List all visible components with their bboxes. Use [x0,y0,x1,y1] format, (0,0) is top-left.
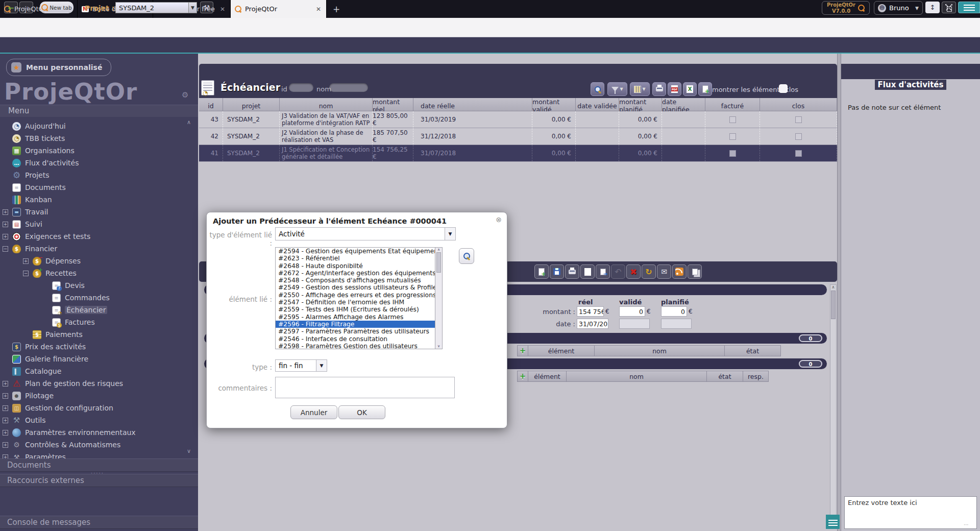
pdf-icon[interactable]: PDF [580,264,595,279]
element-list-item[interactable]: #2623 - Référentiel [276,255,442,262]
sidebar-item-kanban[interactable]: Kanban [0,194,184,206]
dependency-type-select[interactable]: fin - fin▼ [275,359,327,372]
refresh-icon[interactable]: ↻ [642,264,656,279]
copy-icon[interactable] [596,264,610,279]
app-forward-button[interactable]: → [19,2,33,13]
add-row-button[interactable]: + [517,371,528,382]
sidebar-item-aujourd-hui[interactable]: ◔Aujourd'hui [0,120,184,132]
sidebar-item-plan-de-gestion-des-risques[interactable]: +⚠Plan de gestion des risques [0,377,184,390]
comments-textarea[interactable] [275,377,455,398]
mail-icon[interactable]: ✉ [657,264,671,279]
sidebar-item-galerie-financi-re[interactable]: Galerie financière [0,353,184,365]
facture-checkbox[interactable] [729,133,736,140]
list-scrollbar[interactable]: ∧∨ [435,248,442,349]
project-select[interactable]: SYSDAM_2▼ [115,2,197,13]
column-header[interactable]: état [707,371,743,382]
delete-icon[interactable]: ✖ [626,264,641,279]
type-element-select[interactable]: Activité▼ [275,227,456,240]
table-row[interactable]: 42SYSDAM_2J2 Validation de la phase de r… [199,128,837,145]
column-header[interactable]: nom [567,371,707,382]
sidebar-item-gestion-de-configuration[interactable]: +◫Gestion de configuration [0,402,184,414]
filter-name-input[interactable] [329,83,368,92]
sidebar-item-commandes[interactable]: ≡Commandes [0,292,184,304]
facture-checkbox[interactable] [729,116,736,123]
search-element-button[interactable] [459,248,474,264]
side-menu-toggle-button[interactable] [958,2,980,13]
section-raccourcis[interactable]: Raccourcis externes [0,474,198,487]
sidebar-item-outils[interactable]: +⚒Outils [0,414,184,426]
column-header[interactable]: resp. [743,371,769,382]
clos-checkbox[interactable] [795,133,802,140]
expand-icon[interactable]: + [3,430,8,436]
custom-menu-button[interactable]: ★Menu personnalisé [6,59,111,76]
element-list-item[interactable]: #2549 - Gestion des sessions utilisateur… [276,284,442,291]
search-icon[interactable] [591,82,604,96]
sidebar-item-exigences-et-tests[interactable]: +Exigences et tests [0,230,184,243]
expand-icon[interactable]: + [3,222,8,227]
clos-checkbox[interactable] [795,150,802,157]
table-row[interactable]: 43SYSDAM_2J3 Validation de la VAT/VAF en… [199,111,837,128]
column-header[interactable]: élément [528,371,567,382]
detail-scrollbar[interactable]: ∧ [830,284,837,528]
sidebar-item-devis[interactable]: ≡Devis [0,279,184,292]
project-edit-wrench-icon[interactable]: ⚒ [200,2,213,13]
date-planifiee-input[interactable] [661,319,692,329]
expand-icon[interactable]: + [3,442,8,448]
montant-reel-input[interactable]: 154 756,25 [577,306,604,317]
montant-valide-input[interactable]: 0 [619,306,645,317]
sidebar-item-projets[interactable]: ⚙Projets [0,169,184,181]
column-header[interactable]: état [725,345,781,356]
tab-close-icon[interactable]: ✕ [219,6,226,13]
clos-checkbox[interactable] [795,116,802,123]
date-reelle-input[interactable]: 31/07/2018 [577,319,608,329]
element-list-item[interactable]: #2548 - Composants d'affichages mutualis… [276,277,442,284]
rss-icon[interactable] [672,264,687,279]
filter-id-input[interactable] [289,83,313,92]
ok-button[interactable]: OK [338,405,385,419]
sidebar-item-recettes[interactable]: −$Recettes [0,267,184,279]
layout-view-button[interactable]: ↕ [925,2,940,13]
element-list-item[interactable]: #2594 - Gestion des équipements Etat équ… [276,248,442,255]
new-tab-icon[interactable]: + [327,0,346,18]
app-new-tab-button[interactable]: New tab [40,2,74,13]
menu-scroll-down-icon[interactable]: ∨ [187,448,191,454]
app-version-badge[interactable]: ProjeQtOrV7.0.0 [822,1,870,15]
facture-checkbox[interactable] [729,150,736,157]
gear-icon[interactable]: ⚙ [182,90,188,100]
add-row-button[interactable]: + [517,345,528,356]
activity-text-input[interactable]: Entrez votre texte ici [844,496,977,529]
chevron-down-icon[interactable]: ▼ [316,360,327,371]
filter-icon[interactable]: ▼ [607,82,627,96]
print-icon[interactable] [565,264,579,279]
chevron-down-icon[interactable]: ▼ [445,228,455,240]
sidebar-item-factures[interactable]: ≡Factures [0,316,184,328]
sidebar-item-organisations[interactable]: ▦Organisations [0,144,184,157]
tab-close-icon[interactable]: ✕ [315,6,322,13]
pdf-icon[interactable]: PDF [668,82,681,96]
clone-icon[interactable] [688,264,702,279]
user-menu[interactable]: ☻Bruno▼ [874,1,923,15]
undo-icon[interactable]: ↶ [611,264,625,279]
show-closed-checkbox[interactable] [779,84,788,93]
print-icon[interactable] [652,82,666,96]
textarea-resize-handle[interactable]: ⋯ [964,522,969,527]
element-list-item[interactable]: #2595 - Alarmes Affichage des Alarmes [276,313,442,321]
section-console[interactable]: Console de messages [0,516,198,529]
fullscreen-button[interactable] [942,2,956,13]
chevron-down-icon[interactable]: ▼ [188,3,197,13]
dialog-close-icon[interactable]: ⊗ [496,215,502,224]
expand-icon[interactable]: + [3,405,8,411]
panel-divider[interactable] [837,54,841,531]
browser-tab[interactable]: ProjeQtOr✕ [231,0,327,18]
expand-icon[interactable]: + [23,258,29,264]
table-row[interactable]: 41SYSDAM_2J1 Spécification et Conception… [199,145,837,162]
sidebar-item-financier[interactable]: −$Financier [0,243,184,255]
expand-icon[interactable]: + [3,393,8,399]
sidebar-item-pilotage[interactable]: +●Pilotage [0,390,184,402]
menu-scroll-up-icon[interactable]: ∧ [187,119,191,126]
element-list-item[interactable]: #2547 - Définition de l'ernomie des IHM [276,299,442,306]
app-back-button[interactable]: ← [4,2,18,13]
sidebar-item-catalogue[interactable]: ▍Catalogue [0,365,184,377]
expand-icon[interactable]: + [3,381,8,387]
expand-icon[interactable]: + [3,418,8,423]
